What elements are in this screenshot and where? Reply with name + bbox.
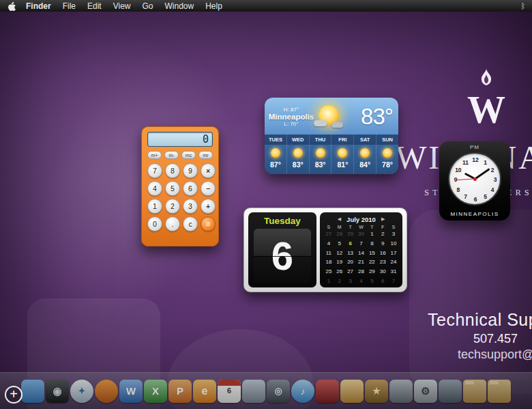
calc-button-3[interactable]: 3 [183,199,198,214]
next-month-button[interactable]: ▶ [381,216,385,222]
calendar-date-9[interactable]: 9 [377,240,388,248]
calendar-date-7[interactable]: 7 [356,240,367,248]
calc-button-decimal[interactable]: . [165,216,180,231]
calendar-date-8[interactable]: 8 [366,240,377,248]
dock-icon-iphoto[interactable] [340,380,364,403]
menu-item-file[interactable]: File [63,1,76,11]
calendar-date-16[interactable]: 16 [377,249,388,257]
calendar-widget[interactable]: Tuesday 6 ◀ July 2010 ▶ SMTWTFS 27282930… [243,208,407,292]
dock-icon-folder-applications[interactable] [488,380,511,403]
calc-button-memory-recall[interactable]: mr [198,151,213,159]
calendar-date-4[interactable]: 4 [323,240,334,248]
calc-button-memory-minus[interactable]: m- [164,151,179,159]
apple-menu-icon[interactable] [7,1,16,11]
dock-icon-imovie[interactable]: ★ [365,380,388,403]
dock-icon-itunes[interactable]: ♪ [291,380,314,403]
calc-button-7[interactable]: 7 [147,163,162,178]
calc-button-6[interactable]: 6 [183,181,198,196]
dock-icon-powerpoint[interactable]: P [168,380,192,403]
calc-button-9[interactable]: 9 [183,163,198,178]
calc-button-4[interactable]: 4 [147,181,162,196]
calc-button-add[interactable]: + [201,199,216,214]
dock-icon-ical[interactable]: 6 [218,380,241,403]
calendar-date-27[interactable]: 27 [345,268,356,276]
calculator-widget[interactable]: 0 m+m-mcmr 789×456−123+0.c= [141,126,219,246]
calendar-date-21[interactable]: 21 [356,258,367,266]
calendar-date-31[interactable]: 31 [388,268,399,276]
weather-widget[interactable]: H: 87° Minneapolis L: 70° 83° TUES87°WED… [265,98,398,174]
calendar-date-6[interactable]: 6 [377,277,388,285]
dock-icon-system-preferences[interactable]: ⚙ [414,380,437,403]
calc-button-clear[interactable]: c [183,216,198,231]
calendar-date-11[interactable]: 11 [323,249,334,257]
dock-icon-photo-booth[interactable]: ◎ [267,380,290,403]
calendar-date-2[interactable]: 2 [334,277,345,285]
calendar-date-18[interactable]: 18 [323,258,334,266]
calc-button-multiply[interactable]: × [201,163,216,178]
calendar-date-22[interactable]: 22 [366,258,377,266]
bluetooth-icon[interactable]: ᛒ [520,2,525,10]
dock-icon-excel[interactable]: X [144,380,167,403]
menu-item-help[interactable]: Help [205,1,222,11]
calendar-date-10[interactable]: 10 [388,240,399,248]
add-widget-button[interactable]: + [5,386,23,404]
calc-button-2[interactable]: 2 [165,199,180,214]
dock-icon-folder-documents[interactable] [463,380,486,403]
menu-item-finder[interactable]: Finder [26,1,51,11]
dock-icon-word[interactable]: W [119,380,143,403]
menu-item-go[interactable]: Go [143,1,153,11]
calendar-date-5[interactable]: 5 [334,240,345,248]
calendar-date-15[interactable]: 15 [366,249,377,257]
dock-icon-preview[interactable] [242,380,265,403]
dock-icon-garageband[interactable] [389,380,413,403]
calendar-date-19[interactable]: 19 [334,258,345,266]
dock-icon-finder[interactable] [21,380,44,403]
menu-item-view[interactable]: View [113,1,131,11]
calendar-date-3[interactable]: 3 [388,230,399,238]
calendar-date-1[interactable]: 1 [323,277,334,285]
forecast-temp: 83° [315,160,326,169]
calendar-date-25[interactable]: 25 [323,268,334,276]
calendar-date-29[interactable]: 29 [366,268,377,276]
calendar-date-1[interactable]: 1 [366,230,377,238]
dock-icon-entourage[interactable]: e [193,380,216,403]
calendar-date-28[interactable]: 28 [334,230,345,238]
calendar-date-14[interactable]: 14 [356,249,367,257]
calendar-date-27[interactable]: 27 [323,230,334,238]
calendar-date-6[interactable]: 6 [345,240,356,248]
calc-button-0[interactable]: 0 [147,216,162,231]
calc-button-subtract[interactable]: − [201,181,216,196]
calendar-date-20[interactable]: 20 [345,258,356,266]
calendar-date-30[interactable]: 30 [356,230,367,238]
calendar-date-29[interactable]: 29 [345,230,356,238]
calendar-date-5[interactable]: 5 [366,277,377,285]
calendar-date-23[interactable]: 23 [377,258,388,266]
dock-icon-front-row[interactable] [316,380,339,403]
calendar-date-30[interactable]: 30 [377,268,388,276]
calendar-date-26[interactable]: 26 [334,268,345,276]
calendar-date-2[interactable]: 2 [377,230,388,238]
menu-item-window[interactable]: Window [165,1,194,11]
calendar-date-12[interactable]: 12 [334,249,345,257]
clock-widget[interactable]: PM 121234567891011 MINNEAPOLIS [439,141,510,221]
calendar-date-7[interactable]: 7 [388,277,399,285]
dock-icons: ◉✦WXPe6◎♪★⚙ [21,380,511,403]
calc-button-1[interactable]: 1 [147,199,162,214]
calendar-date-4[interactable]: 4 [356,277,367,285]
calendar-date-17[interactable]: 17 [388,249,399,257]
menu-item-edit[interactable]: Edit [87,1,102,11]
calc-button-memory-clear[interactable]: mc [181,151,196,159]
calc-button-5[interactable]: 5 [165,181,180,196]
calendar-date-28[interactable]: 28 [356,268,367,276]
dock-icon-dashboard[interactable]: ◉ [46,380,69,403]
calendar-date-3[interactable]: 3 [345,277,356,285]
dock-icon-safari[interactable]: ✦ [70,380,93,403]
calc-button-8[interactable]: 8 [165,163,180,178]
dock-icon-firefox[interactable] [95,380,118,403]
calendar-date-13[interactable]: 13 [345,249,356,257]
dock-icon-utilities[interactable] [439,380,462,403]
prev-month-button[interactable]: ◀ [338,216,341,222]
calc-button-equals[interactable]: = [201,216,216,231]
calendar-date-24[interactable]: 24 [388,258,399,266]
calc-button-memory-plus[interactable]: m+ [147,151,162,159]
